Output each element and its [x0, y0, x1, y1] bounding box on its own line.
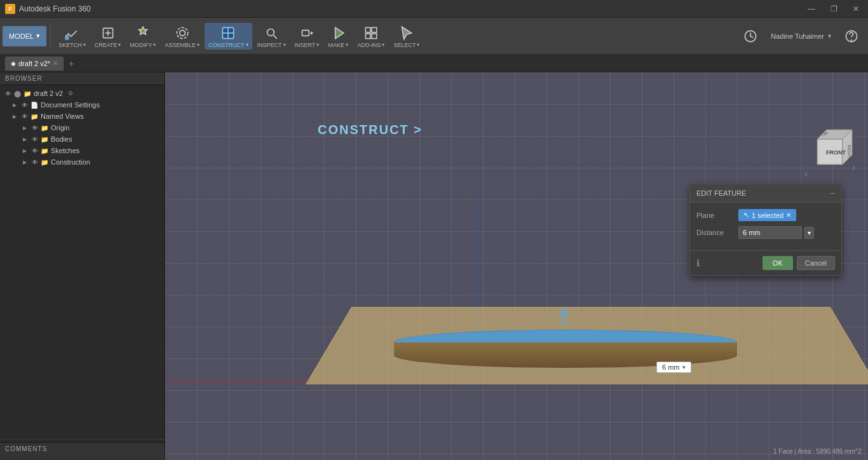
cancel-button[interactable]: Cancel — [797, 256, 835, 270]
root-settings-icon[interactable]: ⚙ — [68, 90, 73, 97]
construct-mode-label: CONSTRUCT > — [318, 123, 423, 137]
user-section: Nadine Tuhaimer ▾ — [766, 32, 836, 40]
sketches-icon: 📁 — [41, 147, 48, 154]
origin-icon: 📁 — [41, 125, 48, 132]
modify-group[interactable]: MODIFY ▾ — [126, 23, 159, 50]
assemble-group[interactable]: ASSEMBLE ▾ — [161, 23, 203, 50]
tab-close-button[interactable]: ✕ — [53, 60, 58, 67]
cube-z-label: z — [853, 165, 856, 171]
move-up-arrow[interactable]: ↑ — [557, 301, 570, 330]
addins-group[interactable]: ADD-INS ▾ — [353, 23, 388, 50]
sidebar-comments[interactable]: COMMENTS — [0, 442, 165, 460]
eye-icon-4: 👁 — [32, 125, 38, 132]
tab-add-button[interactable]: + — [66, 58, 76, 69]
svg-rect-11 — [302, 30, 309, 36]
restore-button[interactable]: ❐ — [827, 3, 841, 15]
select-group[interactable]: SELECT ▾ — [390, 23, 423, 50]
close-button[interactable]: ✕ — [849, 3, 863, 15]
addins-label: ADD-INS ▾ — [357, 42, 384, 48]
make-group[interactable]: MAKE ▾ — [324, 23, 352, 50]
plane-selected-button[interactable]: ↖ 1 selected ✕ — [738, 209, 796, 221]
tab-icon: ◉ — [11, 60, 16, 67]
insert-icon — [298, 24, 316, 42]
inspect-group[interactable]: INSPECT ▾ — [254, 23, 290, 50]
viewport[interactable]: ↑ 6 mm ▾ CONSTRUCT > FRONT TOP RIGHT x z — [165, 72, 868, 460]
dialog-close-button[interactable]: − — [830, 188, 835, 198]
view-cube[interactable]: FRONT TOP RIGHT x z — [804, 126, 855, 177]
clear-selection-button[interactable]: ✕ — [786, 212, 791, 219]
minimize-button[interactable]: — — [804, 3, 819, 15]
construct-icon — [219, 24, 237, 42]
toolbar: MODEL ▾ SKETCH ▾ CREATE ▾ — [0, 18, 868, 55]
root-bullet: ⬤ — [14, 90, 21, 97]
eye-icon-2: 👁 — [22, 102, 28, 109]
sketches-arrow: ▶ — [23, 148, 29, 154]
view-cube-svg: FRONT TOP RIGHT — [804, 126, 855, 177]
insert-group[interactable]: INSERT ▾ — [291, 23, 323, 50]
app-icon: F — [5, 4, 15, 14]
named-views-arrow: ▶ — [13, 114, 19, 119]
help-button[interactable] — [837, 26, 865, 46]
inspect-icon — [262, 24, 280, 42]
tree-item-origin[interactable]: ▶ 👁 📁 Origin — [0, 122, 165, 133]
root-folder-icon: 📁 — [24, 90, 31, 97]
tab-draft[interactable]: ◉ draft 2 v2* ✕ — [5, 57, 64, 71]
toolbar-separator — [50, 24, 51, 49]
svg-point-9 — [268, 29, 275, 36]
bodies-arrow: ▶ — [23, 137, 29, 142]
svg-rect-15 — [365, 34, 370, 39]
3d-disk-object — [394, 330, 737, 381]
insert-label: INSERT ▾ — [295, 42, 320, 48]
assemble-icon — [173, 24, 191, 42]
titlebar-controls[interactable]: — ❐ ✕ — [804, 3, 863, 15]
tree-item-bodies[interactable]: ▶ 👁 📁 Bodies — [0, 133, 165, 145]
distance-label: Distance — [696, 229, 735, 236]
tree-construction-label: Construction — [51, 158, 90, 166]
distance-dropdown-arrow: ▾ — [682, 364, 686, 370]
construct-label: CONSTRUCT ▾ — [208, 42, 248, 48]
svg-rect-13 — [365, 27, 370, 32]
svg-rect-14 — [372, 27, 377, 32]
distance-input-group: ▾ — [738, 226, 814, 239]
doc-settings-icon: 📄 — [31, 102, 38, 109]
distance-input[interactable] — [738, 226, 802, 239]
construct-group[interactable]: CONSTRUCT ▾ — [205, 23, 252, 50]
svg-point-19 — [851, 39, 851, 40]
create-group[interactable]: CREATE ▾ — [91, 23, 125, 50]
selected-count: 1 selected — [752, 212, 783, 219]
main-layout: BROWSER 👁 ⬤ 📁 draft 2 v2 ⚙ ▶ 👁 📄 Documen… — [0, 72, 868, 460]
construction-arrow: ▶ — [23, 159, 29, 165]
help-icon — [843, 27, 860, 45]
distance-row: Distance ▾ — [696, 226, 835, 239]
construction-icon: 📁 — [41, 159, 48, 166]
distance-unit-dropdown[interactable]: ▾ — [804, 227, 814, 239]
sketch-group[interactable]: SKETCH ▾ — [55, 23, 90, 50]
user-name[interactable]: Nadine Tuhaimer — [771, 32, 824, 40]
tree-bodies-label: Bodies — [51, 135, 72, 143]
sidebar: BROWSER 👁 ⬤ 📁 draft 2 v2 ⚙ ▶ 👁 📄 Documen… — [0, 72, 165, 460]
addins-icon — [362, 24, 380, 42]
select-icon — [398, 24, 416, 42]
user-dropdown-icon[interactable]: ▾ — [828, 32, 831, 39]
sidebar-divider — [0, 439, 165, 440]
info-button[interactable]: ℹ — [696, 258, 700, 268]
tree-item-sketches[interactable]: ▶ 👁 📁 Sketches — [0, 145, 165, 156]
ok-button[interactable]: OK — [763, 256, 793, 270]
modify-label: MODIFY ▾ — [130, 42, 156, 48]
modify-icon — [134, 24, 152, 42]
tree-item-construction[interactable]: ▶ 👁 📁 Construction — [0, 156, 165, 168]
cube-x-label: x — [804, 171, 808, 177]
svg-rect-0 — [65, 36, 70, 40]
svg-text:TOP: TOP — [819, 132, 829, 136]
app-title: Autodesk Fusion 360 — [19, 4, 91, 13]
svg-marker-12 — [336, 27, 344, 38]
cursor-icon: ↖ — [743, 211, 749, 219]
history-icon-btn[interactable] — [736, 26, 764, 46]
tree-item-root[interactable]: 👁 ⬤ 📁 draft 2 v2 ⚙ — [0, 88, 165, 99]
tabbar: ◉ draft 2 v2* ✕ + — [0, 55, 868, 72]
mode-button[interactable]: MODEL ▾ — [3, 26, 46, 46]
tree-item-doc-settings[interactable]: ▶ 👁 📄 Document Settings — [0, 99, 165, 111]
dialog-actions: OK Cancel — [763, 256, 835, 270]
tree-item-named-views[interactable]: ▶ 👁 📁 Named Views — [0, 111, 165, 122]
viewport-status: 1 Face | Area : 5890.486 mm^2 — [773, 448, 862, 455]
